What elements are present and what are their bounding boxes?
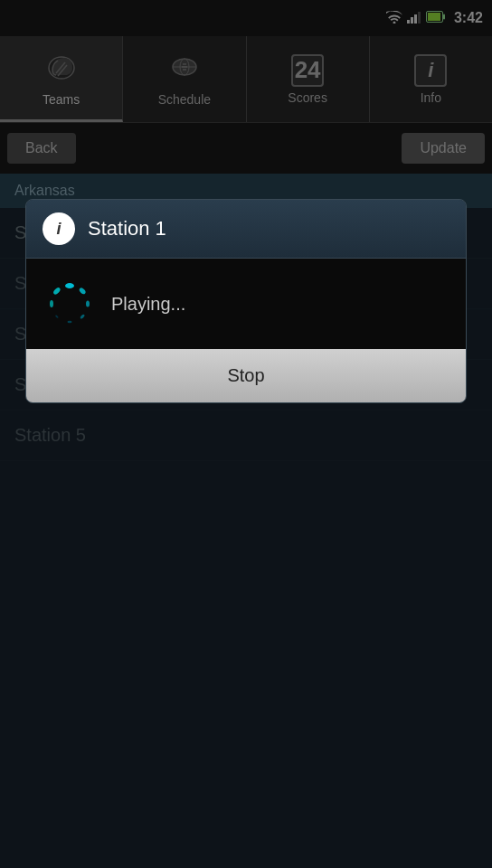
dialog: i Station 1 Playing... Stop (25, 199, 467, 403)
dialog-info-icon: i (43, 212, 75, 245)
spinner-icon (43, 277, 97, 331)
svg-point-20 (86, 301, 90, 307)
stop-button[interactable]: Stop (26, 349, 466, 402)
dialog-footer: Stop (26, 349, 466, 402)
playing-text: Playing... (111, 294, 185, 315)
svg-point-21 (80, 314, 85, 319)
dialog-title: Station 1 (88, 217, 166, 241)
svg-point-19 (79, 287, 87, 295)
dialog-header: i Station 1 (26, 200, 466, 259)
svg-point-22 (68, 321, 72, 323)
svg-point-25 (52, 287, 62, 296)
overlay-backdrop (0, 0, 492, 868)
dialog-body: Playing... (26, 259, 466, 349)
svg-point-23 (55, 315, 59, 318)
svg-point-24 (50, 300, 53, 307)
svg-point-18 (65, 283, 74, 288)
